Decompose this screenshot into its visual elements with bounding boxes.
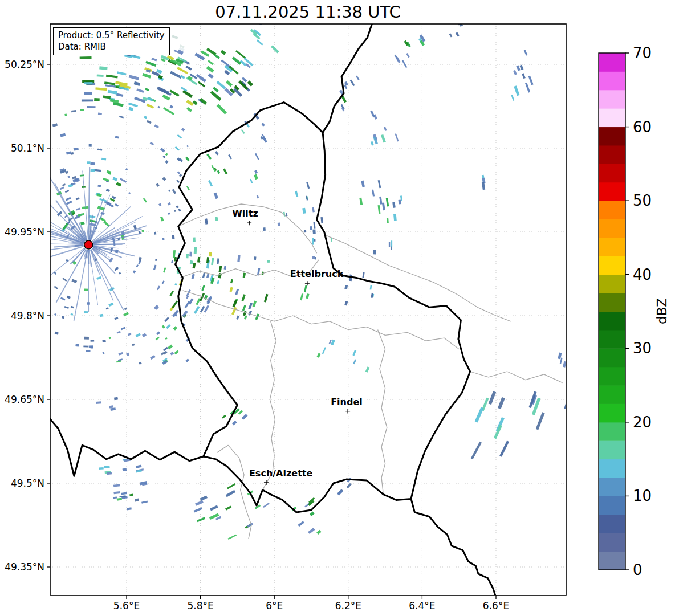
radar-echo	[232, 56, 242, 65]
radar-echo	[232, 421, 237, 425]
colorbar-tick-label: 50	[633, 192, 652, 209]
radar-echo	[254, 256, 256, 260]
radar-echo	[373, 250, 376, 254]
radar-echo	[208, 73, 214, 79]
radar-echo	[209, 252, 212, 257]
radar-echo	[391, 240, 392, 247]
radar-echo	[261, 123, 265, 127]
radar-echo	[108, 303, 113, 307]
colorbar-segment	[599, 552, 625, 570]
cities: WiltzEttelbruckFindelEsch/Alzette	[232, 208, 363, 485]
radar-echo	[170, 352, 174, 356]
colorbar-segment	[599, 459, 625, 478]
radar-echo	[84, 288, 88, 291]
radar-echo	[402, 60, 408, 68]
colorbar-segment	[599, 90, 625, 109]
radar-echo	[217, 104, 227, 115]
colorbar-tick-label: 10	[633, 487, 652, 504]
radar-echo	[91, 340, 95, 341]
radar-echo	[308, 528, 315, 534]
radar-echo	[99, 467, 104, 470]
radar-echo	[168, 213, 170, 215]
radar-echo	[163, 267, 166, 272]
radar-echo	[363, 272, 365, 278]
radar-echo	[177, 134, 182, 139]
radar-echo	[178, 209, 181, 211]
radar-echo	[186, 145, 189, 148]
radar-echo	[103, 178, 109, 181]
radar-echo	[168, 190, 170, 192]
radar-echo	[162, 177, 166, 181]
radar-echo	[141, 501, 148, 504]
radar-echo	[200, 496, 208, 501]
colorbar-tick-label: 70	[633, 44, 652, 62]
radar-echo	[119, 272, 121, 274]
radar-echo	[112, 177, 117, 181]
radar-echo	[406, 53, 409, 58]
radar-echo	[91, 169, 96, 172]
radar-echo	[215, 151, 219, 156]
radar-echo	[154, 232, 156, 235]
x-tick-label: 6.4°E	[409, 600, 435, 611]
radar-echo	[153, 265, 157, 270]
colorbar-segment	[599, 145, 625, 164]
radar-echo	[135, 499, 139, 502]
radar-echo	[128, 333, 132, 336]
radar-echo	[528, 76, 534, 85]
radar-echo	[66, 197, 71, 201]
district-border	[378, 330, 387, 495]
radar-echo	[201, 50, 209, 57]
radar-echo	[370, 285, 372, 289]
colorbar-segment	[599, 515, 625, 533]
radar-echo	[314, 239, 316, 241]
radar-echo	[114, 317, 118, 320]
radar-echo	[264, 294, 269, 303]
radar-echo	[197, 257, 200, 263]
radar-echo	[84, 92, 92, 95]
radar-echo	[173, 250, 176, 258]
radar-echo	[155, 259, 157, 261]
radar-echo	[160, 217, 164, 222]
radar-echo	[189, 252, 192, 257]
radar-echo	[128, 107, 133, 111]
radar-echo	[91, 346, 93, 348]
radar-echo	[250, 178, 253, 183]
radar-echo	[370, 111, 375, 118]
radar-echo	[387, 218, 389, 223]
radar-echo	[382, 202, 385, 210]
city-marker	[345, 409, 350, 414]
radar-echo	[314, 222, 316, 228]
city-label: Wiltz	[232, 208, 258, 219]
radar-map-canvas: 5.6°E5.8°E6°E6.2°E6.4°E6.6°E50.25°N50.1°…	[0, 0, 675, 616]
radar-echo	[99, 66, 107, 70]
radar-echo	[210, 91, 222, 101]
radar-echo	[121, 327, 125, 331]
radar-echo	[169, 105, 173, 109]
radar-echo	[176, 206, 179, 209]
colorbar-tick-label: 0	[633, 561, 643, 578]
radar-echo	[304, 285, 307, 292]
radar-echo	[120, 178, 127, 182]
radar-echo	[139, 257, 142, 261]
radar-echo	[399, 199, 401, 204]
colorbar-segment	[599, 385, 625, 404]
radar-echo	[83, 346, 88, 348]
radar-echo	[123, 468, 127, 471]
radar-echo	[76, 207, 80, 210]
radar-echo	[162, 156, 165, 158]
radar-echo	[193, 237, 196, 242]
radar-echo	[186, 254, 189, 259]
radar-echo	[229, 287, 233, 292]
radar-echo	[196, 298, 201, 305]
radar-echo	[59, 187, 64, 190]
radar-echo	[312, 256, 315, 259]
radar-echo	[230, 279, 233, 284]
radar-echo	[222, 415, 226, 419]
radar-echo	[113, 491, 120, 494]
radar-echo	[129, 493, 133, 496]
radar-echo	[60, 133, 66, 137]
radar-site-marker	[84, 240, 93, 249]
radar-echo	[145, 88, 149, 91]
radar-echo	[498, 397, 505, 409]
colorbar-tick-label: 40	[633, 266, 652, 283]
